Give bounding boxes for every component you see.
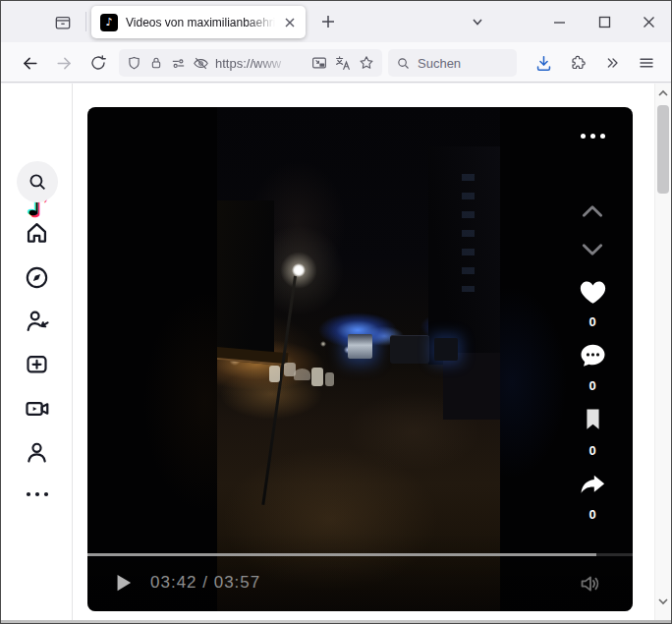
url-text: https://www (215, 56, 305, 71)
live-camera-icon (24, 395, 51, 423)
app-menu-button[interactable] (632, 49, 661, 77)
video-options-button[interactable] (577, 128, 608, 143)
bookmark-count: 0 (573, 443, 612, 458)
lock-icon (148, 55, 164, 71)
chevron-down-icon (580, 239, 605, 260)
window-maximize-button[interactable] (590, 9, 618, 34)
page-scrollbar[interactable] (654, 84, 671, 622)
like-count: 0 (573, 314, 612, 329)
sidebar-live-button[interactable] (1, 395, 73, 423)
search-bar[interactable]: Suchen (388, 49, 517, 77)
picture-in-picture-icon[interactable] (310, 54, 328, 72)
list-all-tabs-button[interactable] (465, 10, 490, 33)
comment-count: 0 (573, 378, 612, 393)
tab-close-button[interactable] (280, 13, 300, 32)
share-button[interactable] (577, 470, 608, 500)
tab-separator (85, 12, 86, 31)
scene-table (294, 369, 310, 380)
profile-icon (24, 439, 50, 466)
scene-awning (217, 347, 288, 367)
volume-button[interactable] (576, 569, 605, 598)
previous-video-button[interactable] (577, 200, 608, 224)
comment-button[interactable] (577, 340, 608, 370)
back-button[interactable] (16, 49, 43, 77)
bookmark-icon (580, 404, 606, 434)
sidebar-home-button[interactable] (1, 219, 73, 246)
next-video-button[interactable] (577, 239, 608, 262)
puzzle-piece-icon (570, 54, 588, 72)
video-player[interactable]: 0 0 0 0 (87, 107, 633, 611)
double-chevron-right-icon (605, 55, 621, 71)
plus-icon (321, 15, 335, 28)
scene-vehicle-2 (434, 338, 458, 361)
reload-button[interactable] (84, 49, 112, 77)
play-button[interactable] (107, 567, 139, 598)
minimize-icon (553, 16, 566, 28)
seek-bar[interactable] (87, 553, 633, 556)
firefox-view-button[interactable] (48, 10, 78, 35)
scrollbar-down-button[interactable] (655, 595, 671, 608)
compass-icon (24, 264, 50, 291)
tiktok-sidebar: ♪ (1, 84, 73, 622)
scene-building-right-low (443, 353, 500, 420)
time-display: 03:42 / 03:57 (150, 573, 260, 593)
close-icon (643, 16, 655, 28)
bookmark-star-icon[interactable] (358, 54, 375, 72)
reload-icon (89, 54, 107, 72)
like-button[interactable] (577, 277, 608, 308)
url-bar[interactable]: https://www (119, 49, 382, 77)
dot (600, 134, 605, 139)
eye-blocked-icon (193, 55, 209, 72)
dot (590, 134, 595, 139)
scene-chair (269, 366, 280, 382)
sidebar-more-button[interactable] (1, 488, 73, 500)
sidebar-following-button[interactable] (1, 308, 73, 335)
sidebar-upload-button[interactable] (1, 351, 73, 377)
toolbar-overflow-button[interactable] (599, 49, 627, 77)
browser-window: ♪ Videos von maximilianbaehring (0, 0, 672, 624)
search-placeholder: Suchen (418, 56, 461, 71)
chevron-down-icon (658, 597, 668, 605)
sidebar-explore-button[interactable] (1, 264, 73, 291)
search-icon (17, 161, 58, 202)
player-bottom-gradient (87, 533, 633, 611)
window-close-button[interactable] (635, 9, 662, 34)
bookmark-button[interactable] (577, 404, 608, 434)
scene-building-left (217, 200, 274, 358)
forward-arrow-icon (55, 54, 74, 73)
scene-chair (311, 368, 323, 386)
permissions-sliders-icon (170, 55, 187, 72)
window-bottom-edge (1, 620, 671, 623)
search-icon (396, 56, 411, 71)
downloads-button[interactable] (530, 49, 557, 77)
heart-icon (578, 277, 608, 308)
tab-title: Videos von maximilianbaehring (126, 16, 280, 29)
scene-police-van (348, 334, 372, 359)
scene-windows (462, 174, 475, 292)
window-minimize-button[interactable] (545, 9, 573, 34)
upload-plus-icon (24, 351, 50, 377)
page-content: ♪ (1, 84, 671, 622)
extensions-button[interactable] (565, 49, 592, 77)
share-arrow-icon (577, 470, 608, 500)
translate-icon[interactable] (334, 54, 352, 72)
chevron-down-icon (471, 15, 484, 28)
active-tab[interactable]: ♪ Videos von maximilianbaehring (91, 6, 306, 38)
tiktok-favicon-icon: ♪ (100, 14, 118, 31)
navigation-toolbar: https://www Suchen (1, 42, 671, 83)
play-icon (110, 570, 136, 596)
scene-chair (325, 372, 334, 386)
ellipsis-icon (25, 488, 50, 500)
share-count: 0 (573, 507, 612, 522)
new-tab-button[interactable] (315, 10, 341, 33)
scrollbar-thumb[interactable] (657, 105, 669, 194)
home-icon (24, 219, 50, 246)
scrollbar-up-button[interactable] (655, 86, 671, 100)
download-icon (534, 54, 553, 73)
chevron-up-icon (658, 89, 668, 97)
dot (581, 134, 586, 139)
sidebar-search-button[interactable] (1, 161, 73, 202)
forward-button[interactable] (50, 49, 78, 77)
scene-dark-vehicle (390, 335, 429, 364)
sidebar-profile-button[interactable] (1, 439, 73, 466)
